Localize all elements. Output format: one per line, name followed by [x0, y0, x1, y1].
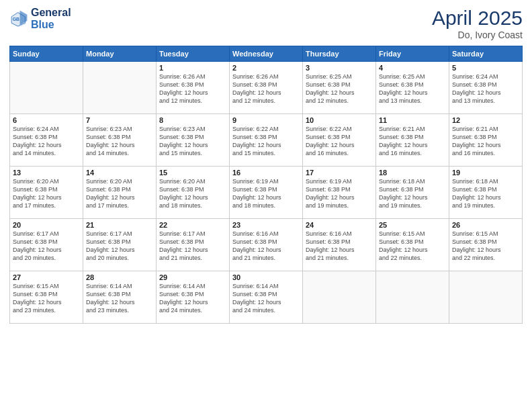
day-number: 21: [86, 221, 153, 229]
day-number: 22: [159, 221, 226, 229]
day-info: Sunrise: 6:20 AM Sunset: 6:38 PM Dayligh…: [86, 177, 153, 210]
logo-icon: GB: [9, 9, 28, 28]
day-number: 26: [452, 221, 519, 229]
page: GB General Blue April 2025 Do, Ivory Coa…: [0, 0, 532, 411]
day-info: Sunrise: 6:23 AM Sunset: 6:38 PM Dayligh…: [86, 125, 153, 158]
day-info: Sunrise: 6:14 AM Sunset: 6:38 PM Dayligh…: [159, 282, 226, 315]
day-number: 14: [86, 169, 153, 177]
day-number: 30: [232, 273, 300, 281]
day-cell-4-1: 28Sunrise: 6:14 AM Sunset: 6:38 PM Dayli…: [83, 271, 157, 324]
week-row-4: 20Sunrise: 6:17 AM Sunset: 6:38 PM Dayli…: [10, 219, 523, 271]
day-number: 8: [159, 116, 226, 124]
day-number: 19: [452, 169, 519, 177]
day-info: Sunrise: 6:17 AM Sunset: 6:38 PM Dayligh…: [159, 230, 226, 263]
day-number: 12: [452, 116, 519, 124]
day-info: Sunrise: 6:18 AM Sunset: 6:38 PM Dayligh…: [379, 177, 446, 210]
day-number: 29: [159, 273, 226, 281]
day-cell-2-4: 17Sunrise: 6:19 AM Sunset: 6:38 PM Dayli…: [303, 167, 376, 219]
day-number: 4: [379, 64, 446, 72]
day-cell-3-6: 26Sunrise: 6:15 AM Sunset: 6:38 PM Dayli…: [449, 219, 523, 271]
day-cell-4-5: [376, 271, 449, 324]
day-cell-3-0: 20Sunrise: 6:17 AM Sunset: 6:38 PM Dayli…: [10, 219, 83, 271]
day-cell-4-3: 30Sunrise: 6:14 AM Sunset: 6:38 PM Dayli…: [230, 271, 303, 324]
day-number: 6: [13, 116, 80, 124]
day-info: Sunrise: 6:24 AM Sunset: 6:38 PM Dayligh…: [13, 125, 80, 158]
day-info: Sunrise: 6:18 AM Sunset: 6:38 PM Dayligh…: [452, 177, 519, 210]
day-info: Sunrise: 6:15 AM Sunset: 6:38 PM Dayligh…: [379, 230, 446, 263]
day-number: 3: [306, 64, 373, 72]
day-number: 10: [306, 116, 373, 124]
day-cell-0-5: 4Sunrise: 6:25 AM Sunset: 6:38 PM Daylig…: [376, 62, 449, 114]
day-cell-4-4: [303, 271, 376, 324]
calendar-table: Sunday Monday Tuesday Wednesday Thursday…: [9, 46, 523, 324]
day-cell-1-0: 6Sunrise: 6:24 AM Sunset: 6:38 PM Daylig…: [10, 114, 83, 167]
day-number: 5: [452, 64, 519, 72]
day-number: 28: [86, 273, 153, 281]
day-cell-1-6: 12Sunrise: 6:21 AM Sunset: 6:38 PM Dayli…: [449, 114, 523, 167]
logo-text: General Blue: [31, 7, 71, 30]
day-info: Sunrise: 6:16 AM Sunset: 6:38 PM Dayligh…: [306, 230, 373, 263]
day-number: 7: [86, 116, 153, 124]
day-cell-0-4: 3Sunrise: 6:25 AM Sunset: 6:38 PM Daylig…: [303, 62, 376, 114]
day-cell-2-6: 19Sunrise: 6:18 AM Sunset: 6:38 PM Dayli…: [449, 167, 523, 219]
day-cell-1-2: 8Sunrise: 6:23 AM Sunset: 6:38 PM Daylig…: [157, 114, 230, 167]
location: Do, Ivory Coast: [432, 30, 523, 40]
day-cell-0-1: [83, 62, 157, 114]
day-info: Sunrise: 6:24 AM Sunset: 6:38 PM Dayligh…: [452, 73, 519, 105]
day-info: Sunrise: 6:21 AM Sunset: 6:38 PM Dayligh…: [379, 125, 446, 158]
day-cell-0-2: 1Sunrise: 6:26 AM Sunset: 6:38 PM Daylig…: [157, 62, 230, 114]
title-block: April 2025 Do, Ivory Coast: [432, 7, 523, 40]
day-cell-3-2: 22Sunrise: 6:17 AM Sunset: 6:38 PM Dayli…: [157, 219, 230, 271]
day-cell-2-3: 16Sunrise: 6:19 AM Sunset: 6:38 PM Dayli…: [230, 167, 303, 219]
day-info: Sunrise: 6:22 AM Sunset: 6:38 PM Dayligh…: [306, 125, 373, 158]
day-cell-4-0: 27Sunrise: 6:15 AM Sunset: 6:38 PM Dayli…: [10, 271, 83, 324]
week-row-5: 27Sunrise: 6:15 AM Sunset: 6:38 PM Dayli…: [10, 271, 523, 324]
month-title: April 2025: [432, 7, 523, 30]
day-cell-4-2: 29Sunrise: 6:14 AM Sunset: 6:38 PM Dayli…: [157, 271, 230, 324]
day-info: Sunrise: 6:15 AM Sunset: 6:38 PM Dayligh…: [13, 282, 80, 315]
day-info: Sunrise: 6:25 AM Sunset: 6:38 PM Dayligh…: [379, 73, 446, 105]
col-wednesday: Wednesday: [230, 46, 303, 62]
day-info: Sunrise: 6:17 AM Sunset: 6:38 PM Dayligh…: [86, 230, 153, 263]
day-cell-3-4: 24Sunrise: 6:16 AM Sunset: 6:38 PM Dayli…: [303, 219, 376, 271]
week-row-3: 13Sunrise: 6:20 AM Sunset: 6:38 PM Dayli…: [10, 167, 523, 219]
day-cell-1-5: 11Sunrise: 6:21 AM Sunset: 6:38 PM Dayli…: [376, 114, 449, 167]
col-thursday: Thursday: [303, 46, 376, 62]
day-info: Sunrise: 6:23 AM Sunset: 6:38 PM Dayligh…: [159, 125, 226, 158]
day-cell-2-2: 15Sunrise: 6:20 AM Sunset: 6:38 PM Dayli…: [157, 167, 230, 219]
day-cell-0-3: 2Sunrise: 6:26 AM Sunset: 6:38 PM Daylig…: [230, 62, 303, 114]
day-info: Sunrise: 6:16 AM Sunset: 6:38 PM Dayligh…: [232, 230, 300, 263]
col-monday: Monday: [83, 46, 157, 62]
day-number: 17: [306, 169, 373, 177]
col-tuesday: Tuesday: [157, 46, 230, 62]
day-number: 27: [13, 273, 80, 281]
day-number: 1: [159, 64, 226, 72]
day-info: Sunrise: 6:19 AM Sunset: 6:38 PM Dayligh…: [306, 177, 373, 210]
day-info: Sunrise: 6:17 AM Sunset: 6:38 PM Dayligh…: [13, 230, 80, 263]
day-number: 16: [232, 169, 300, 177]
calendar-header-row: Sunday Monday Tuesday Wednesday Thursday…: [10, 46, 523, 62]
day-info: Sunrise: 6:20 AM Sunset: 6:38 PM Dayligh…: [13, 177, 80, 210]
day-number: 13: [13, 169, 80, 177]
day-number: 11: [379, 116, 446, 124]
col-saturday: Saturday: [449, 46, 523, 62]
day-cell-1-4: 10Sunrise: 6:22 AM Sunset: 6:38 PM Dayli…: [303, 114, 376, 167]
day-info: Sunrise: 6:14 AM Sunset: 6:38 PM Dayligh…: [232, 282, 300, 315]
day-info: Sunrise: 6:26 AM Sunset: 6:38 PM Dayligh…: [159, 73, 226, 105]
day-cell-1-3: 9Sunrise: 6:22 AM Sunset: 6:38 PM Daylig…: [230, 114, 303, 167]
day-number: 2: [232, 64, 300, 72]
day-number: 15: [159, 169, 226, 177]
day-cell-2-1: 14Sunrise: 6:20 AM Sunset: 6:38 PM Dayli…: [83, 167, 157, 219]
logo: GB General Blue: [9, 7, 71, 30]
day-info: Sunrise: 6:19 AM Sunset: 6:38 PM Dayligh…: [232, 177, 300, 210]
day-number: 9: [232, 116, 300, 124]
day-cell-0-0: [10, 62, 83, 114]
day-info: Sunrise: 6:15 AM Sunset: 6:38 PM Dayligh…: [452, 230, 519, 263]
header: GB General Blue April 2025 Do, Ivory Coa…: [9, 7, 523, 40]
week-row-2: 6Sunrise: 6:24 AM Sunset: 6:38 PM Daylig…: [10, 114, 523, 167]
day-info: Sunrise: 6:22 AM Sunset: 6:38 PM Dayligh…: [232, 125, 300, 158]
day-info: Sunrise: 6:20 AM Sunset: 6:38 PM Dayligh…: [159, 177, 226, 210]
day-cell-2-0: 13Sunrise: 6:20 AM Sunset: 6:38 PM Dayli…: [10, 167, 83, 219]
day-number: 24: [306, 221, 373, 229]
day-cell-4-6: [449, 271, 523, 324]
